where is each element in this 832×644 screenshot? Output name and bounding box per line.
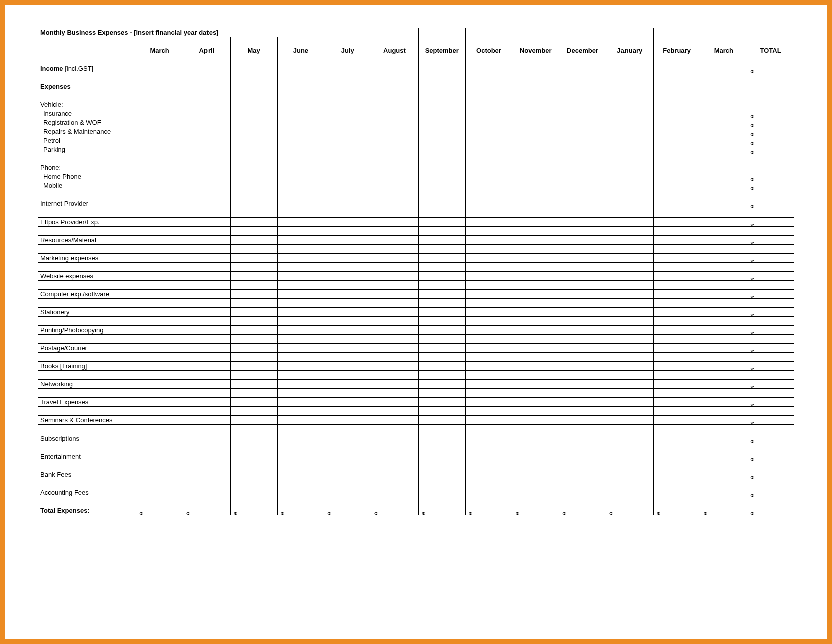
cell[interactable]	[371, 245, 419, 254]
cell[interactable]	[465, 28, 512, 37]
vehicle-item-1-month-5[interactable]	[371, 118, 419, 127]
single-item-1-month-3[interactable]	[277, 218, 324, 227]
cell[interactable]	[465, 407, 512, 416]
cell[interactable]	[371, 479, 419, 488]
cell[interactable]	[230, 245, 277, 254]
vehicle-item-2-month-5[interactable]	[371, 127, 419, 136]
cell[interactable]	[230, 37, 277, 46]
cell[interactable]	[653, 28, 700, 37]
cell[interactable]	[230, 91, 277, 100]
single-item-8-month-11[interactable]	[653, 344, 700, 353]
cell[interactable]	[606, 227, 653, 236]
cell[interactable]	[700, 227, 747, 236]
cell[interactable]	[700, 163, 747, 172]
phone-item-1-month-4[interactable]	[324, 181, 371, 190]
phone-item-0-month-6[interactable]	[418, 172, 465, 181]
cell[interactable]	[183, 100, 231, 109]
total-expenses-month-2[interactable]: $-	[230, 506, 277, 516]
cell[interactable]	[418, 55, 465, 64]
single-item-5-month-6[interactable]	[418, 290, 465, 299]
phone-item-0-month-3[interactable]	[277, 172, 324, 181]
cell[interactable]	[512, 317, 559, 326]
phone-item-0-month-7[interactable]	[465, 172, 512, 181]
single-item-2-month-12[interactable]	[700, 236, 747, 245]
vehicle-item-1-month-7[interactable]	[465, 118, 512, 127]
single-item-1-month-4[interactable]	[324, 218, 371, 227]
cell[interactable]	[371, 281, 419, 290]
single-item-6-month-11[interactable]	[653, 308, 700, 317]
phone-item-1-month-1[interactable]	[183, 181, 231, 190]
cell[interactable]	[606, 353, 653, 362]
cell[interactable]	[324, 443, 371, 452]
cell[interactable]	[183, 55, 231, 64]
single-item-16-month-2[interactable]	[230, 488, 277, 497]
cell[interactable]	[183, 82, 231, 91]
cell[interactable]	[559, 281, 606, 290]
cell[interactable]	[418, 28, 465, 37]
phone-item-0-month-8[interactable]	[512, 172, 559, 181]
single-item-7-month-12[interactable]	[700, 326, 747, 335]
cell[interactable]	[559, 55, 606, 64]
vehicle-item-1-month-2[interactable]	[230, 118, 277, 127]
single-item-4-month-12[interactable]	[700, 272, 747, 281]
cell[interactable]	[183, 73, 231, 82]
cell[interactable]	[747, 55, 794, 64]
phone-item-1-month-7[interactable]	[465, 181, 512, 190]
cell[interactable]	[183, 281, 231, 290]
single-item-0-month-6[interactable]	[418, 199, 465, 208]
cell[interactable]	[183, 479, 231, 488]
cell[interactable]	[230, 461, 277, 470]
cell[interactable]	[465, 299, 512, 308]
cell[interactable]	[512, 37, 559, 46]
cell[interactable]	[183, 245, 231, 254]
single-item-9-month-9[interactable]	[559, 362, 606, 371]
cell[interactable]	[559, 353, 606, 362]
single-item-4-month-1[interactable]	[183, 272, 231, 281]
single-item-12-month-9[interactable]	[559, 416, 606, 425]
cell[interactable]	[465, 281, 512, 290]
cell[interactable]	[606, 335, 653, 344]
cell[interactable]	[183, 353, 231, 362]
single-item-14-month-8[interactable]	[512, 452, 559, 461]
cell[interactable]	[230, 100, 277, 109]
cell[interactable]	[700, 263, 747, 272]
cell[interactable]	[277, 73, 324, 82]
vehicle-item-3-total[interactable]: $-	[747, 136, 794, 145]
vehicle-item-4-month-11[interactable]	[653, 145, 700, 154]
cell[interactable]	[38, 190, 136, 199]
phone-item-1-month-10[interactable]	[606, 181, 653, 190]
cell[interactable]	[230, 425, 277, 434]
phone-item-1-month-6[interactable]	[418, 181, 465, 190]
single-item-1-month-2[interactable]	[230, 218, 277, 227]
cell[interactable]	[230, 299, 277, 308]
single-item-12-month-7[interactable]	[465, 416, 512, 425]
cell[interactable]	[512, 389, 559, 398]
total-expenses-month-12[interactable]: $-	[700, 506, 747, 516]
phone-item-1-month-0[interactable]	[136, 181, 183, 190]
header-blank[interactable]	[38, 46, 136, 55]
cell[interactable]	[371, 497, 419, 506]
cell[interactable]	[465, 37, 512, 46]
single-item-0-month-12[interactable]	[700, 199, 747, 208]
single-item-2-month-1[interactable]	[183, 236, 231, 245]
cell[interactable]	[700, 371, 747, 380]
cell[interactable]	[653, 317, 700, 326]
cell[interactable]	[512, 227, 559, 236]
single-item-8-month-8[interactable]	[512, 344, 559, 353]
cell[interactable]	[324, 28, 371, 37]
cell[interactable]	[324, 353, 371, 362]
single-item-14-month-5[interactable]	[371, 452, 419, 461]
cell[interactable]	[183, 208, 231, 218]
single-item-13-month-9[interactable]	[559, 434, 606, 443]
cell[interactable]	[653, 407, 700, 416]
phone-item-1-month-3[interactable]	[277, 181, 324, 190]
cell[interactable]	[277, 425, 324, 434]
cell[interactable]	[700, 353, 747, 362]
cell[interactable]	[324, 389, 371, 398]
single-item-11-month-7[interactable]	[465, 398, 512, 407]
cell[interactable]	[183, 497, 231, 506]
vehicle-item-4-month-6[interactable]	[418, 145, 465, 154]
vehicle-item-0-month-0[interactable]	[136, 109, 183, 118]
cell[interactable]	[324, 245, 371, 254]
cell[interactable]	[324, 55, 371, 64]
